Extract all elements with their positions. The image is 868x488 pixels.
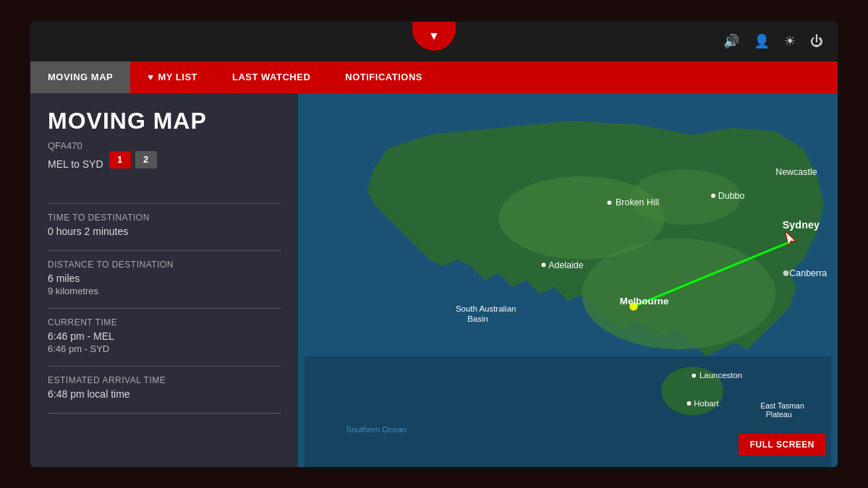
divider-2 — [48, 250, 281, 251]
svg-point-25 — [687, 401, 692, 406]
svg-text:Plateau: Plateau — [766, 410, 792, 419]
svg-text:Broken Hill: Broken Hill — [616, 197, 659, 207]
svg-text:Canberra: Canberra — [789, 267, 827, 278]
tab-moving-map[interactable]: MOVING MAP — [30, 61, 130, 93]
distance-label: DISTANCE TO DESTINATION — [48, 260, 281, 270]
distance-section: DISTANCE TO DESTINATION 6 miles 9 kilome… — [48, 260, 281, 296]
page-title: MOVING MAP — [48, 108, 281, 134]
main-screen: 🔊 👤 ☀ ⏻ MOVING MAP ♥ MY LIST LAST WATCHE… — [29, 20, 839, 468]
current-time-syd: 6:46 pm - SYD — [48, 343, 281, 354]
svg-text:Hobart: Hobart — [694, 398, 719, 407]
svg-point-16 — [783, 270, 789, 276]
dropdown-indicator[interactable] — [412, 22, 456, 51]
distance-miles: 6 miles — [48, 273, 281, 284]
flight-number: QFA470 — [48, 140, 281, 151]
divider-4 — [48, 366, 281, 367]
divider-1 — [48, 203, 281, 204]
dropdown-indicator-container — [412, 22, 456, 51]
svg-text:Launceston: Launceston — [699, 371, 742, 380]
time-to-destination-value: 0 hours 2 minutes — [48, 226, 281, 237]
view-button-2[interactable]: 2 — [135, 151, 157, 168]
map-svg: Broken Hill Dubbo Newcastle Sydney Canbe… — [298, 93, 838, 467]
brightness-icon[interactable]: ☀ — [784, 33, 796, 49]
main-content: MOVING MAP QFA470 MEL to SYD 1 2 TIME TO… — [30, 93, 838, 467]
svg-text:Southern Ocean: Southern Ocean — [346, 425, 407, 434]
top-bar: 🔊 👤 ☀ ⏻ — [30, 22, 838, 61]
svg-point-23 — [692, 373, 696, 377]
svg-text:Basin: Basin — [467, 314, 488, 322]
tab-notifications[interactable]: NOTIFICATIONS — [328, 61, 440, 93]
tab-my-list[interactable]: ♥ MY LIST — [130, 61, 215, 93]
divider-3 — [48, 308, 281, 309]
svg-text:South Australian: South Australian — [456, 304, 516, 312]
top-icons: 🔊 👤 ☀ ⏻ — [723, 33, 823, 49]
svg-text:Melbourne: Melbourne — [620, 296, 669, 307]
current-time-mel: 6:46 pm - MEL — [48, 330, 281, 342]
svg-text:Dubbo: Dubbo — [718, 190, 745, 200]
svg-text:Sydney: Sydney — [783, 218, 820, 230]
view-button-1[interactable]: 1 — [109, 151, 131, 168]
arrival-time-value: 6:48 pm local time — [48, 388, 281, 400]
svg-point-12 — [711, 193, 715, 197]
arrival-time-label: ESTIMATED ARRIVAL TIME — [48, 375, 281, 385]
flight-route-info: MEL to SYD 1 2 — [48, 151, 281, 183]
map-area: Broken Hill Dubbo Newcastle Sydney Canbe… — [298, 93, 838, 467]
view-buttons: 1 2 — [109, 151, 157, 168]
time-to-destination-section: TIME TO DESTINATION 0 hours 2 minutes — [48, 213, 281, 239]
current-time-section: CURRENT TIME 6:46 pm - MEL 6:46 pm - SYD — [48, 317, 281, 354]
volume-icon[interactable]: 🔊 — [723, 33, 739, 49]
full-screen-button[interactable]: FULL SCREEN — [739, 434, 826, 455]
nav-bar: MOVING MAP ♥ MY LIST LAST WATCHED NOTIFI… — [30, 61, 838, 93]
left-panel: MOVING MAP QFA470 MEL to SYD 1 2 TIME TO… — [30, 93, 298, 467]
svg-text:Newcastle: Newcastle — [775, 166, 817, 176]
arrival-time-section: ESTIMATED ARRIVAL TIME 6:48 pm local tim… — [48, 375, 281, 401]
svg-point-10 — [608, 200, 612, 205]
svg-text:Adelaide: Adelaide — [548, 260, 583, 270]
current-time-label: CURRENT TIME — [48, 317, 281, 328]
tab-last-watched[interactable]: LAST WATCHED — [215, 61, 328, 93]
divider-5 — [48, 413, 281, 414]
time-to-destination-label: TIME TO DESTINATION — [48, 213, 281, 223]
heart-icon: ♥ — [148, 72, 153, 82]
distance-km: 9 kilometres — [48, 286, 281, 296]
svg-point-18 — [542, 262, 546, 267]
route-label: MEL to SYD — [48, 158, 103, 170]
power-icon[interactable]: ⏻ — [810, 34, 823, 49]
person-icon[interactable]: 👤 — [754, 33, 770, 49]
svg-text:East Tasman: East Tasman — [760, 401, 804, 409]
